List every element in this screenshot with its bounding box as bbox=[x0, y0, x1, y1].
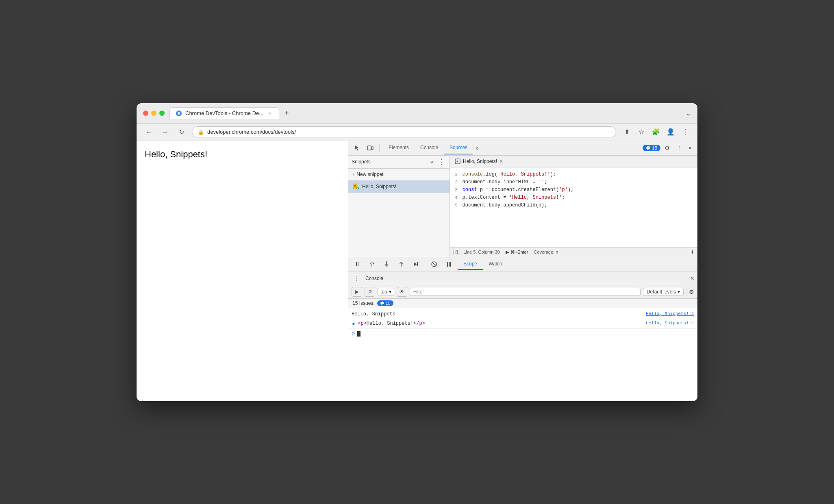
tab-sources[interactable]: Sources bbox=[444, 141, 473, 154]
context-label: top bbox=[380, 289, 387, 295]
console-html-source[interactable]: Hello, Snippets!:1 bbox=[646, 321, 694, 326]
device-icon bbox=[367, 145, 374, 151]
back-button[interactable]: ← bbox=[143, 126, 154, 138]
pretty-print-button[interactable]: {} bbox=[453, 249, 460, 255]
tab-title: Chrome DevTools - Chrome De... bbox=[185, 110, 263, 116]
snippets-menu-button[interactable]: ⋮ bbox=[437, 157, 446, 167]
main-content: Hello, Snippets! Elemen bbox=[137, 141, 697, 401]
snippets-header: Snippets » ⋮ bbox=[348, 156, 450, 169]
more-tabs-button[interactable]: » bbox=[473, 143, 481, 153]
settings-button[interactable]: ⚙ bbox=[662, 143, 672, 153]
scope-tab[interactable]: Scope bbox=[458, 259, 483, 270]
console-close-button[interactable]: × bbox=[691, 275, 694, 282]
new-snippet-button[interactable]: + New snippet bbox=[348, 169, 450, 180]
context-selector[interactable]: top ▾ bbox=[378, 288, 394, 296]
scope-watch-tabs: Scope Watch bbox=[458, 259, 508, 270]
console-toolbar: ▶ ⊘ top ▾ 👁 bbox=[348, 285, 697, 299]
svg-line-15 bbox=[432, 262, 436, 266]
step-over-button[interactable] bbox=[366, 259, 378, 270]
snippets-more-button[interactable]: » bbox=[428, 158, 435, 166]
console-settings-button[interactable]: ⚙ bbox=[689, 289, 694, 295]
close-button[interactable] bbox=[143, 111, 148, 116]
editor-tab-name: Hello, Snippets! bbox=[463, 159, 497, 164]
levels-dropdown-icon: ▾ bbox=[678, 289, 680, 295]
issues-badge[interactable]: 💬 15 bbox=[643, 145, 660, 151]
editor-tab-close[interactable]: × bbox=[500, 158, 503, 165]
console-menu-button[interactable]: ⋮ bbox=[352, 274, 362, 283]
execute-icon: ▶ bbox=[355, 289, 359, 295]
code-line-4: 4 p.textContent = 'Hello, Snippets!'; bbox=[450, 194, 697, 202]
minimize-button[interactable] bbox=[151, 111, 156, 116]
snippets-title: Snippets bbox=[352, 159, 427, 165]
snippets-sidebar: Snippets » ⋮ + New snippet bbox=[348, 156, 450, 257]
default-levels-label: Default levels bbox=[647, 289, 676, 295]
profile-button[interactable]: 👤 bbox=[665, 126, 676, 138]
console-execute-button[interactable]: ▶ bbox=[352, 287, 362, 297]
more-options-button[interactable]: ⋮ bbox=[674, 143, 684, 153]
issues-label: 15 Issues: bbox=[352, 300, 375, 306]
tab-console[interactable]: Console bbox=[415, 141, 444, 154]
snippet-item[interactable]: Hello, Snippets! bbox=[348, 180, 450, 193]
watch-tab[interactable]: Watch bbox=[483, 259, 508, 270]
expand-button[interactable]: ⬇ bbox=[691, 250, 694, 255]
toolbar-divider bbox=[379, 144, 380, 152]
run-snippet-button[interactable]: ▶ ⌘+Enter bbox=[503, 249, 531, 256]
devtools-right-controls: 💬 15 ⚙ ⋮ × bbox=[643, 143, 694, 153]
inspect-element-button[interactable] bbox=[352, 143, 363, 153]
breakpoints-button[interactable] bbox=[428, 259, 440, 270]
eye-button[interactable]: 👁 bbox=[397, 287, 407, 297]
console-cursor bbox=[357, 331, 361, 337]
window-controls: ⌄ bbox=[686, 109, 691, 117]
svg-rect-2 bbox=[367, 146, 371, 150]
run-shortcut: ⌘+Enter bbox=[510, 250, 528, 255]
url-text: developer.chrome.com/docs/devtools/ bbox=[207, 129, 610, 135]
maximize-button[interactable] bbox=[159, 111, 165, 116]
extensions-button[interactable]: 🧩 bbox=[650, 126, 662, 138]
pause-exceptions-button[interactable] bbox=[443, 259, 454, 270]
step-out-icon bbox=[397, 261, 405, 268]
browser-tab[interactable]: Chrome DevTools - Chrome De... × bbox=[169, 107, 279, 119]
console-log-text: Hello, Snippets! bbox=[352, 311, 643, 317]
issues-count-badge[interactable]: 💬 15 bbox=[377, 300, 393, 306]
svg-rect-3 bbox=[371, 147, 373, 150]
pause-resume-button[interactable]: ⏸ bbox=[352, 259, 363, 270]
log-levels-selector[interactable]: Default levels ▾ bbox=[643, 288, 684, 296]
refresh-button[interactable]: ↻ bbox=[176, 126, 187, 138]
device-toolbar-button[interactable] bbox=[365, 143, 376, 153]
more-button[interactable]: ⋮ bbox=[680, 126, 691, 138]
close-devtools-button[interactable]: × bbox=[686, 143, 694, 153]
expand-html-icon[interactable]: ◀ bbox=[352, 321, 354, 327]
code-editor-tab: Hello, Snippets! × bbox=[450, 156, 697, 167]
step-into-button[interactable] bbox=[381, 259, 392, 270]
issues-badge-icon: 💬 bbox=[380, 301, 384, 305]
devtools-panel: Elements Console Sources » 💬 15 ⚙ ⋮ × bbox=[348, 141, 697, 401]
console-header: ⋮ Console × bbox=[348, 272, 697, 285]
debugger-divider bbox=[425, 260, 425, 268]
svg-point-8 bbox=[356, 187, 359, 189]
issues-icon: 💬 bbox=[646, 146, 651, 150]
tab-close-button[interactable]: × bbox=[267, 110, 273, 117]
console-input-row[interactable]: > bbox=[348, 329, 697, 339]
back-to-sources-icon[interactable] bbox=[455, 159, 460, 164]
forward-button[interactable]: → bbox=[159, 126, 171, 138]
bookmark-button[interactable]: ☆ bbox=[636, 126, 647, 138]
console-filter-input[interactable] bbox=[410, 288, 641, 296]
share-button[interactable]: ⬆ bbox=[621, 126, 632, 138]
new-tab-button[interactable]: + bbox=[281, 107, 292, 119]
address-bar-actions: ⬆ ☆ 🧩 👤 ⋮ bbox=[621, 126, 691, 138]
step-button[interactable] bbox=[410, 259, 421, 270]
tab-elements[interactable]: Elements bbox=[383, 141, 415, 154]
svg-rect-16 bbox=[447, 262, 448, 267]
address-bar: ← → ↻ 🔒 developer.chrome.com/docs/devtoo… bbox=[137, 124, 697, 141]
svg-rect-6 bbox=[354, 186, 356, 187]
snippet-item-name: Hello, Snippets! bbox=[362, 184, 396, 189]
code-line-2: 2 document.body.innerHTML = ''; bbox=[450, 178, 697, 186]
clear-console-button[interactable]: ⊘ bbox=[365, 287, 375, 297]
coverage-text: Coverage: n bbox=[534, 250, 558, 254]
line-col-indicator: Line 5, Column 30 bbox=[463, 250, 500, 254]
url-bar[interactable]: 🔒 developer.chrome.com/docs/devtools/ bbox=[192, 126, 616, 137]
console-log-source[interactable]: Hello, Snippets!:1 bbox=[646, 311, 694, 316]
chrome-icon bbox=[176, 110, 182, 117]
eye-icon: 👁 bbox=[400, 289, 404, 295]
step-out-button[interactable] bbox=[395, 259, 407, 270]
